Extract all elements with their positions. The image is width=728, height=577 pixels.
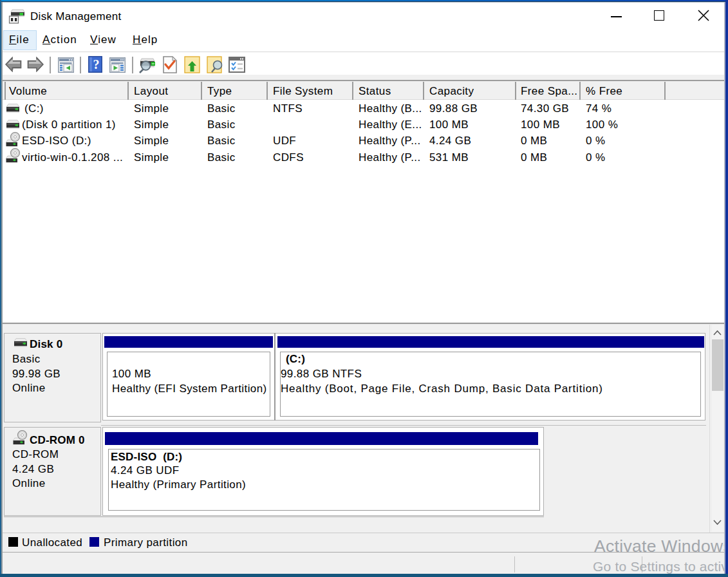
svg-text:?: ?	[93, 57, 100, 71]
